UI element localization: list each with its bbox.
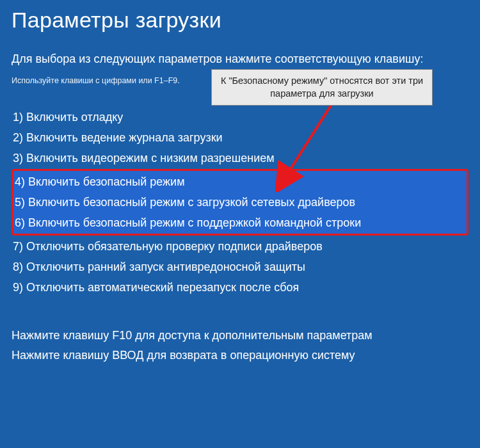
option-num: 9) — [13, 281, 23, 294]
option-7[interactable]: 7) Отключить обязательную проверку подпи… — [12, 236, 468, 257]
option-5[interactable]: 5) Включить безопасный режим с загрузкой… — [13, 192, 467, 212]
option-num: 3) — [13, 152, 23, 164]
option-num: 4) — [15, 175, 25, 188]
safe-mode-highlight: 4) Включить безопасный режим 5) Включить… — [12, 169, 468, 236]
option-3[interactable]: 3) Включить видеорежим с низким разрешен… — [12, 148, 468, 168]
option-6[interactable]: 6) Включить безопасный режим с поддержко… — [13, 212, 467, 233]
options-list: 1) Включить отладку 2) Включить ведение … — [12, 107, 468, 298]
option-num: 5) — [15, 196, 25, 209]
callout-annotation: К "Безопасному режиму" относятся вот эти… — [211, 69, 433, 106]
option-4[interactable]: 4) Включить безопасный режим — [13, 172, 467, 192]
option-num: 6) — [15, 216, 25, 229]
startup-settings-screen: Параметры загрузки Для выбора из следующ… — [0, 0, 480, 373]
option-8[interactable]: 8) Отключить ранний запуск антивредоносн… — [12, 257, 468, 277]
option-2[interactable]: 2) Включить ведение журнала загрузки — [12, 127, 468, 148]
option-num: 8) — [13, 260, 23, 273]
option-label: Отключить обязательную проверку подписи … — [26, 240, 323, 253]
footer-enter: Нажмите клавишу ВВОД для возврата в опер… — [12, 346, 468, 365]
option-num: 7) — [13, 240, 23, 253]
option-label: Включить видеорежим с низким разрешением — [26, 152, 275, 164]
option-label: Отключить автоматический перезапуск посл… — [26, 281, 299, 294]
subtitle: Для выбора из следующих параметров нажми… — [12, 51, 468, 67]
page-title: Параметры загрузки — [12, 8, 468, 33]
footer: Нажмите клавишу F10 для доступа к дополн… — [12, 326, 468, 365]
option-1[interactable]: 1) Включить отладку — [12, 107, 468, 127]
footer-f10: Нажмите клавишу F10 для доступа к дополн… — [12, 326, 468, 346]
option-label: Включить безопасный режим — [28, 175, 185, 188]
option-label: Включить безопасный режим с загрузкой се… — [28, 196, 355, 209]
svg-line-1 — [283, 102, 333, 181]
option-num: 2) — [13, 131, 23, 144]
arrow-icon — [275, 99, 352, 192]
option-label: Отключить ранний запуск антивредоносной … — [26, 260, 305, 273]
option-num: 1) — [13, 111, 23, 124]
option-label: Включить безопасный режим с поддержкой к… — [28, 216, 361, 229]
option-9[interactable]: 9) Отключить автоматический перезапуск п… — [12, 277, 468, 298]
option-label: Включить отладку — [26, 111, 123, 124]
option-label: Включить ведение журнала загрузки — [26, 131, 223, 144]
